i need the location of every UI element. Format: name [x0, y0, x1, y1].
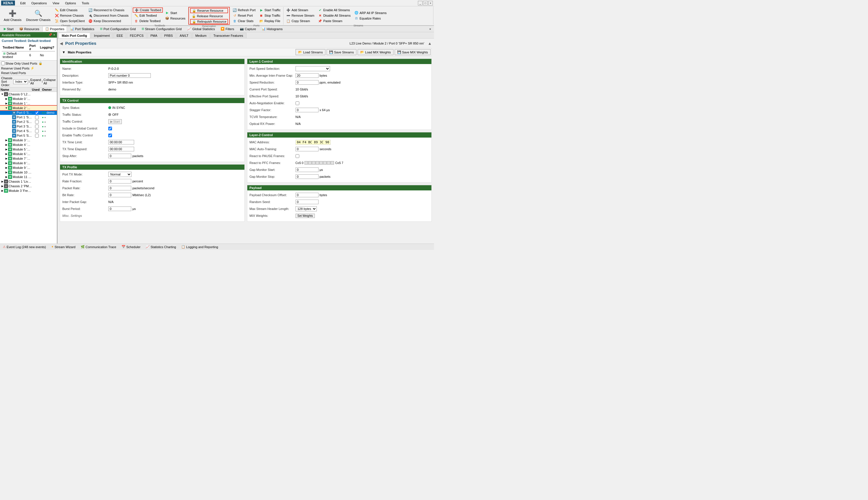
tab-capture[interactable]: 📷 Capture	[237, 26, 259, 32]
tree-item-mod2[interactable]: ▼▦Module 2 'Odin-10G-1S-6P'	[0, 106, 57, 110]
port-used-checkbox[interactable]	[35, 129, 39, 133]
expand-all-check[interactable]	[29, 80, 29, 83]
mac-auto-input[interactable]	[296, 147, 319, 151]
expand-icon[interactable]: ▶	[4, 138, 8, 142]
tx-time-elapsed-input[interactable]	[108, 147, 134, 151]
include-global-checkbox[interactable]	[108, 127, 112, 130]
tab-transceiver[interactable]: Transceiver Features	[210, 33, 247, 38]
expand-icon[interactable]: ▶	[4, 166, 8, 169]
expand-icon[interactable]: ▶	[1, 180, 4, 183]
disconnect-button[interactable]: 🔌 Disconnect from Chassis	[87, 13, 130, 18]
tree-item-mod1[interactable]: ▶▦Module 1 'Odin-10G-5S-6P-CU'	[0, 101, 57, 106]
tree-item-mod5[interactable]: ▶▦Module 5 'Odin-1G-3S-6P'	[0, 147, 57, 152]
copy-stream-button[interactable]: 📋 Copy Stream	[285, 19, 316, 24]
port-used-checkbox[interactable]	[35, 120, 39, 124]
cos-6[interactable]	[327, 161, 330, 164]
rate-fraction-input[interactable]	[108, 179, 131, 183]
open-script-button[interactable]: 📜 Open ScriptClient	[53, 19, 86, 24]
description-input[interactable]	[108, 73, 151, 78]
tree-item-port4[interactable]: ◉Port 4 'SFP+ SR 850 nm'●●	[0, 129, 57, 133]
reset-used-button[interactable]: ⚡	[31, 66, 34, 70]
menu-options[interactable]: Options	[62, 1, 79, 5]
collapse-all-label[interactable]: Collapse All	[43, 78, 56, 85]
tab-global-statistics[interactable]: 📈 Global Statistics	[185, 26, 217, 32]
tree-item-port2[interactable]: ◉Port 2 'SFP+ SR 850 nm'●●	[0, 120, 57, 124]
menu-view[interactable]: View	[50, 1, 62, 5]
save-mix-weights-button[interactable]: 💾 Save MIX Weights	[395, 49, 431, 55]
expand-icon[interactable]: ▶	[1, 189, 4, 192]
collapse-icon[interactable]: ▼	[61, 50, 67, 55]
tree-item-mod4[interactable]: ▶▦Module 4 'Loki-100G-5S-1P'	[0, 143, 57, 147]
tab-main-port-config[interactable]: Main Port Config	[59, 33, 90, 38]
add-stream-button[interactable]: ➕ Add Stream	[285, 8, 316, 13]
tab-fec-pcs[interactable]: FEC/PCS	[127, 33, 147, 38]
cos-3[interactable]	[316, 161, 319, 164]
replay-file-button[interactable]: 📂 Replay File	[258, 19, 282, 24]
tab-an-lt[interactable]: AN/LT	[176, 33, 192, 38]
stop-after-input[interactable]	[108, 154, 131, 158]
expand-all-label[interactable]: Expand All	[31, 78, 41, 85]
gap-monitor-stop-input[interactable]	[296, 174, 319, 179]
min-avg-gap-input[interactable]	[296, 73, 319, 78]
expand-icon[interactable]: ▶	[4, 175, 8, 179]
enable-traffic-checkbox[interactable]	[108, 134, 112, 137]
tab-filters[interactable]: 🔽 Filters	[218, 26, 237, 32]
statistics-charting-button[interactable]: 📈 Statistics Charting	[145, 245, 177, 249]
collapse-all-check[interactable]	[42, 80, 43, 83]
remove-chassis-button[interactable]: ❌ Remove Chassis	[53, 13, 86, 18]
start-traffic-ctrl-button[interactable]: ▶ Start	[108, 119, 122, 124]
expand-icon[interactable]: ▶	[4, 143, 8, 147]
resources-button[interactable]: 📦 Resources	[163, 16, 187, 21]
start-traffic-button[interactable]: ▶ Start Traffic	[258, 8, 282, 13]
menu-tools[interactable]: Tools	[79, 1, 92, 5]
arp-all-ip-button[interactable]: 🌐 ARP All IP Streams	[353, 10, 388, 15]
speed-reduction-input[interactable]	[296, 80, 319, 85]
tree-item-port1[interactable]: ◉Port 1 'SFP+ SR 850 nm'●●	[0, 115, 57, 120]
enable-all-streams-button[interactable]: ✔ Enable All Streams	[316, 8, 352, 13]
max-stream-select[interactable]: 64 bytes 128 bytes 256 bytes	[296, 206, 317, 212]
port-used-checkbox[interactable]	[35, 134, 39, 138]
expand-icon[interactable]: ▶	[4, 152, 8, 156]
checksum-input[interactable]	[296, 193, 319, 197]
comm-trace-button[interactable]: 🌿 Communication Trace	[80, 245, 117, 249]
expand-icon[interactable]: ▶	[4, 171, 8, 174]
remove-stream-button[interactable]: ➖ Remove Stream	[285, 13, 316, 18]
reset-used-label[interactable]: Reset Used Ports	[1, 71, 26, 75]
expand-icon[interactable]: ▶	[4, 157, 8, 160]
keep-disconnected-button[interactable]: ⛔ Keep Disconnected	[87, 19, 130, 24]
add-chassis-button[interactable]: ➕ Add Chassis	[2, 8, 24, 23]
tab-port-config-grid[interactable]: ⊞ Port Configuration Grid	[98, 26, 138, 32]
tab-stream-config-grid[interactable]: ⊞ Stream Configuration Grid	[139, 26, 184, 32]
random-seed-input[interactable]	[296, 200, 319, 204]
paste-stream-button[interactable]: 📌 Paste Stream	[316, 19, 352, 24]
load-streams-button[interactable]: 📂 Load Streams	[296, 49, 325, 55]
port-used-checkbox[interactable]	[35, 125, 39, 128]
relinquish-resource-button[interactable]: 🔒 Relinquish Resource	[190, 19, 228, 24]
sort-select[interactable]: Index	[13, 79, 28, 84]
start-button[interactable]: ▶ Start	[163, 10, 187, 15]
release-resource-button[interactable]: 🔓 Release Resource	[190, 13, 228, 19]
logging-reporting-button[interactable]: 📋 Logging and Reporting	[180, 245, 219, 249]
discover-chassis-button[interactable]: 🔍 Discover Chassis	[24, 8, 53, 23]
tree-item-mod3[interactable]: ▶▦Module 3 'Odin-10G-1S-2P'	[0, 138, 57, 143]
show-used-checkbox[interactable]: Show Only Used Ports	[1, 61, 37, 65]
tab-properties[interactable]: 📋 Properties	[43, 26, 67, 32]
reconnect-button[interactable]: 🔄 Reconnect to Chassis	[87, 8, 130, 13]
tree-item-mod8[interactable]: ▶▦Module 8 'Odin-1G-3S-6P'	[0, 161, 57, 166]
cos-2[interactable]	[312, 161, 316, 164]
tab-eee[interactable]: EEE	[113, 33, 126, 38]
load-mix-weights-button[interactable]: 📂 Load MIX Weights	[357, 49, 393, 55]
expand-icon[interactable]: ▼	[1, 92, 4, 96]
stream-wizard-button[interactable]: ✦ Stream Wizard	[50, 245, 77, 249]
stagger-input[interactable]	[296, 108, 319, 112]
tab-resources[interactable]: 📦 Resources	[17, 26, 42, 32]
tree-item-chassis1[interactable]: ▶XChassis 1 'Live Demo 2400G' (10.2(	[0, 179, 57, 184]
close-tab-button[interactable]: ×	[428, 27, 433, 31]
reserve-used-label[interactable]: Reserve Used Ports	[1, 67, 29, 70]
port-used-checkbox[interactable]	[35, 115, 39, 119]
menu-operations[interactable]: Operations	[28, 1, 50, 5]
tree-item-mod6[interactable]: ▶▦Module 6 'Odin-1G-3S-6P'	[0, 152, 57, 156]
delete-testbed-button[interactable]: 🗑 Delete Testbed	[133, 19, 163, 24]
refresh-port-button[interactable]: 🔄 Refresh Port	[231, 8, 257, 13]
port-tx-mode-select[interactable]: Normal Sequential Interleaved Burst	[108, 172, 132, 177]
